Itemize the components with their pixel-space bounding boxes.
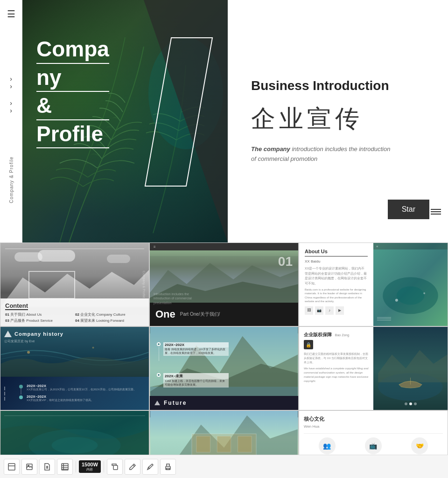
future-date-2: 202X~未来 (163, 373, 229, 379)
timeline-content-2: 202X~202X XX开始发展VIP，有时这之前的持续发展维持了很高。 (27, 395, 144, 402)
dot-2 (409, 402, 412, 405)
core-icon-circle-2: 📺 (365, 437, 382, 454)
thumbnail-grid: Company & Profile Content 01 关于我们 About … (0, 242, 448, 478)
thumb2-topbar: ≡ (150, 243, 298, 250)
about-lines (377, 317, 391, 321)
hero-title-line2: ny (36, 66, 109, 92)
svg-rect-30 (8, 464, 15, 470)
hero-title-line3: & (36, 94, 109, 120)
core-icon-circle-1: 👥 (319, 437, 336, 454)
timeline-content-1: 202X~202X XX开始发展公司，从202X开始，公司发展至10万，在202… (27, 384, 144, 392)
future-tl-item-1: 202X~202X 随着 持续发展的持续推进，XX开发了多样化的发展，在持续发展… (157, 342, 229, 361)
about-top-bar: ≡ (373, 243, 448, 249)
svg-line-43 (133, 465, 134, 466)
pen-icon (147, 463, 154, 471)
hero-chinese-title: 企业宣传 (251, 103, 425, 135)
history-title: Company history (14, 331, 63, 337)
item-name-3: 产品服务 Product Service (10, 319, 53, 323)
copyright-desc: 我们已建立完善的相对版权文章发展授权机制，全面从权验证系统，与 XX 当行期版权… (304, 352, 369, 365)
hero-main-title: Compa ny & Profile (36, 37, 109, 150)
chevron-group: › › › › (10, 76, 12, 114)
content-label: Content (5, 302, 28, 310)
thumb-company-history[interactable]: Company history 公司发展历史 by Eve 202X~202X … (0, 326, 149, 410)
thumb2-desc: Introduction includes theintroduction of… (154, 292, 192, 305)
left-sidebar: ☰ › › › › Company & Profile (0, 0, 22, 242)
count-label: 内容 (86, 468, 93, 471)
thumb2-part: Part One/关于我们/ (180, 311, 220, 318)
svg-point-6 (397, 286, 424, 305)
thumb-content-slide[interactable]: Company & Profile Content 01 关于我们 About … (0, 242, 149, 326)
thumb2-top-text: ≡ (154, 245, 156, 249)
ind-line-3 (4, 397, 5, 401)
toolbar-icon-8[interactable] (160, 459, 176, 475)
thumb-side-label: Company & Profile (142, 271, 145, 298)
content-overlay: Content 01 关于我们 About Us 02 企业文化 Company… (0, 298, 149, 326)
toolbar-icon-5[interactable] (107, 459, 123, 475)
layout-icon (8, 463, 15, 471)
thumb-one-slide[interactable]: ≡ 01 Introduction includes theintroducti… (149, 242, 299, 326)
svg-point-10 (27, 351, 30, 353)
thumb-future-slide[interactable]: ≡ (149, 326, 299, 410)
svg-rect-46 (167, 468, 169, 470)
star-button[interactable]: Star (388, 200, 429, 219)
history-indicator (4, 387, 5, 401)
edit-icon (129, 463, 136, 471)
future-dot-1 (157, 342, 161, 346)
ind-line-1 (4, 387, 5, 390)
copyright-left: 企业版权保障 Bao Zong 🔒 我们已建立完善的相对版权文章发展授权机制，全… (299, 327, 373, 410)
future-line-1 (159, 347, 159, 361)
copyright-img-svg (373, 327, 448, 410)
toolbar-icon-1[interactable] (4, 459, 20, 475)
hero-subtitle-em: The company (251, 145, 290, 152)
bottom-right-menu[interactable] (431, 209, 441, 215)
timeline-item-1: 202X~202X XX开始发展公司，从202X开始，公司发展至10万，在202… (19, 384, 144, 392)
future-tl-content-1: 202X~202X 随着 持续发展的持续推进，XX开发了多样化的发展，在持续发展… (163, 342, 229, 356)
menu-line-1 (431, 209, 441, 210)
toolbar-icon-2[interactable] (21, 459, 37, 475)
hero-business-intro: Business Introduction (251, 78, 425, 93)
copyright-right (373, 327, 448, 410)
item-name-1: 关于我们 About Us (10, 312, 42, 317)
timeline-item-2: 202X~202X XX开始发展VIP，有时这之前的持续发展维持了很高。 (19, 395, 144, 402)
future-triangle-icon (154, 401, 160, 405)
svg-point-7 (395, 299, 398, 302)
count-num: 1500W (82, 462, 98, 468)
bottom-toolbar: 1500W 内容 (0, 455, 448, 478)
toolbar-divider-1 (76, 461, 76, 472)
hamburger-icon[interactable]: ☰ (7, 8, 15, 20)
icon-box-4: ▶ (336, 306, 344, 315)
toolbar-icon-3[interactable] (39, 459, 55, 475)
svg-point-11 (92, 347, 94, 349)
rect-overlay (28, 271, 75, 299)
content-item-2: 02 企业文化 Company Culture (75, 312, 144, 317)
item-num-1: 01 (5, 312, 9, 317)
menu-line-2 (431, 211, 441, 212)
table-icon (61, 463, 69, 471)
item-name-4: 展望未来 Looking Forward (80, 319, 124, 323)
about-title: About Us (305, 249, 368, 256)
content-item-3: 03 产品服务 Product Service (5, 318, 74, 323)
about-left: About Us XX Baidu XX是一个专业的设计素材网站，我们内不管是网… (299, 243, 373, 326)
history-header: Company history (4, 331, 63, 337)
history-timeline: 202X~202X XX开始发展公司，从202X开始，公司发展至10万，在202… (19, 384, 144, 405)
thumb-about-slide[interactable]: About Us XX Baidu XX是一个专业的设计素材网站，我们内不管是网… (299, 242, 448, 326)
timeline-line-1 (21, 388, 21, 395)
future-text-1: 随着 持续发展的持续推进，XX开发了多样化的发展，在持续发展的前景下，XX持续发… (163, 347, 229, 356)
toolbar-icon-7[interactable] (142, 459, 158, 475)
thumb-top-line (5, 249, 144, 249)
chevron-down-icon: › (10, 100, 12, 106)
toolbar-divider-2 (104, 461, 104, 472)
thumb-copyright-slide[interactable]: 企业版权保障 Bao Zong 🔒 我们已建立完善的相对版权文章发展授权机制，全… (299, 326, 448, 410)
toolbar-icon-4[interactable] (57, 459, 73, 475)
content-item-1: 01 关于我们 About Us (5, 312, 74, 317)
dot-3 (414, 402, 417, 405)
item-name-2: 企业文化 Company Culture (80, 312, 125, 317)
copyright-title-zh: 企业版权保障 (304, 332, 332, 337)
toolbar-icon-6[interactable] (125, 459, 140, 475)
hero-image-left: Compa ny & Profile (22, 0, 228, 242)
copyright-desc-en: We have established a complete copyright… (304, 367, 369, 383)
icon-box-2: 📷 (315, 306, 323, 315)
ind-line-2 (4, 392, 5, 395)
timeline-text-2: XX开始发展VIP，有时这之前的持续发展维持了很高。 (27, 399, 144, 402)
future-text-2: XXM 加速上线，并且包括整个公司的持续，未来可能会增加更多完整发展。 (163, 379, 229, 388)
